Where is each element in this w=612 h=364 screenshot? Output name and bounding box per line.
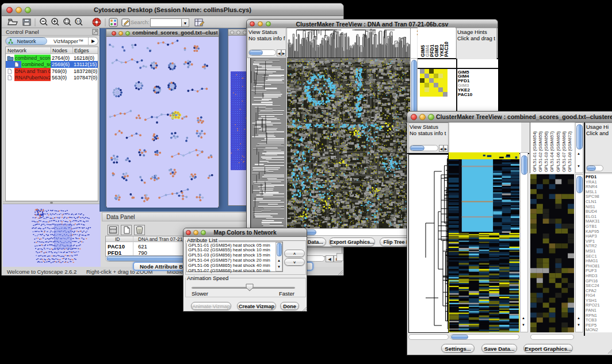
svg-text:Search:: Search: — [131, 19, 150, 25]
svg-text:1:1: 1:1 — [76, 20, 80, 23]
